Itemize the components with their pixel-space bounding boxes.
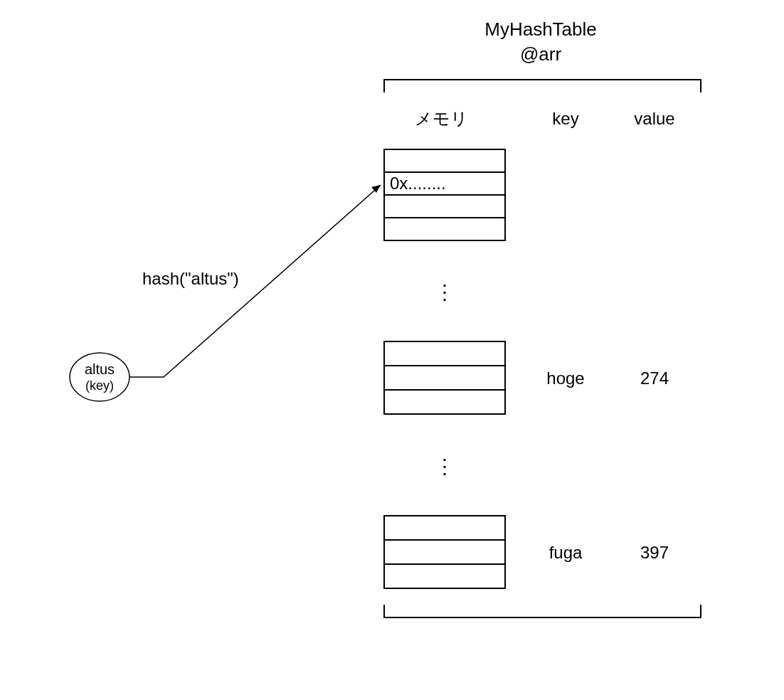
memory-block-2 — [384, 341, 505, 414]
column-key: key — [552, 109, 578, 128]
memory-block-1 — [384, 149, 505, 240]
bracket-bottom — [384, 605, 701, 617]
diagram-canvas: MyHashTable @arr メモリ key value 0x.......… — [0, 0, 784, 700]
ellipsis-1: ⋮ — [435, 281, 455, 303]
input-key-name: altus — [85, 361, 115, 377]
ellipsis-2: ⋮ — [435, 455, 455, 477]
title-line2: @arr — [520, 43, 562, 65]
title-line1: MyHashTable — [484, 18, 597, 40]
svg-rect-7 — [384, 516, 505, 588]
entry-1-value: 397 — [640, 543, 669, 562]
column-value: value — [634, 109, 674, 128]
input-key-oval — [70, 353, 129, 401]
hash-label: hash("altus") — [142, 269, 239, 288]
column-memory: メモリ — [415, 109, 468, 128]
entry-0-value: 274 — [640, 368, 669, 388]
memory-block-3 — [384, 516, 505, 588]
input-key-caption: (key) — [85, 378, 114, 393]
memory-address: 0x........ — [390, 174, 446, 193]
entry-0-key: hoge — [546, 368, 584, 388]
bracket-top — [384, 80, 701, 92]
svg-rect-4 — [384, 341, 505, 414]
entry-1-key: fuga — [549, 543, 583, 562]
